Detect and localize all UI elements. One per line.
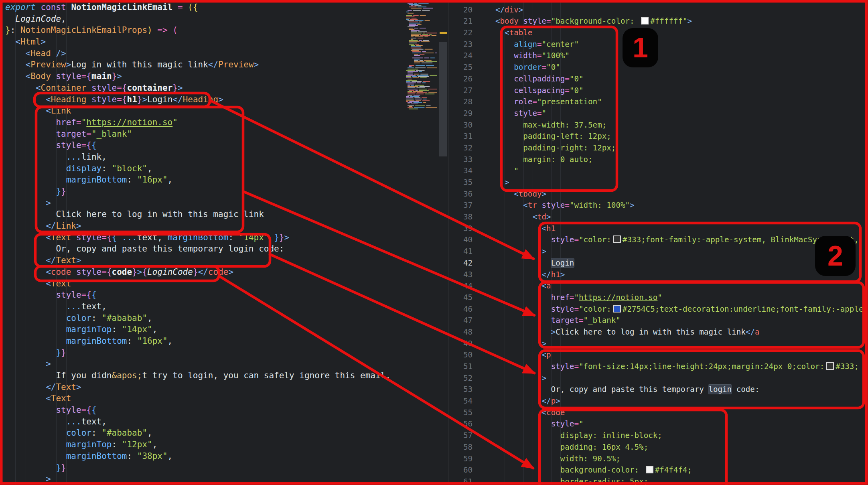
line-number: 33 — [448, 154, 473, 166]
code-line: export const NotionMagicLinkEmail = ({ — [5, 2, 391, 13]
color-swatch-icon[interactable] — [646, 466, 653, 473]
line-number: 57 — [448, 430, 473, 442]
code-line: ...text, — [5, 416, 391, 428]
code-line: </div> — [495, 4, 868, 16]
code-line: <td> — [495, 211, 868, 223]
line-number: 35 — [448, 177, 473, 189]
line-number: 49 — [448, 338, 473, 350]
line-number: 36 — [448, 189, 473, 200]
line-number: 25 — [448, 62, 473, 73]
code-line: <Text — [5, 393, 391, 404]
code-line: <Link — [5, 105, 391, 117]
code-line: Or, copy and paste this temporary login … — [5, 243, 391, 255]
minimap[interactable] — [404, 0, 448, 485]
line-number: 19 — [448, 0, 473, 4]
code-line: border-radius: 5px; — [495, 476, 868, 485]
code-line: Or, copy and paste this temporary login … — [495, 384, 868, 396]
code-line: > — [5, 473, 391, 485]
code-line: <code — [495, 407, 868, 419]
line-number: 60 — [448, 465, 473, 476]
code-line: style="color:#2754C5;text-decoration:und… — [495, 304, 868, 315]
code-line: Login — [495, 258, 868, 269]
code-line: <div — [495, 0, 868, 4]
code-line: marginTop: "14px", — [5, 324, 391, 335]
line-number: 44 — [448, 280, 473, 292]
code-line: <Heading style={h1}>Login</Heading> — [5, 94, 391, 106]
code-line: </Text> — [5, 382, 391, 393]
line-number: 54 — [448, 396, 473, 407]
line-number: 26 — [448, 73, 473, 85]
line-number: 24 — [448, 50, 473, 62]
code-line: <Body style={main}> — [5, 71, 391, 82]
code-line: Click here to log in with this magic lin… — [5, 209, 391, 220]
line-number: 38 — [448, 211, 473, 223]
line-number: 34 — [448, 165, 473, 177]
line-number: 55 — [448, 407, 473, 419]
code-line: <Head /> — [5, 48, 391, 59]
code-line: max-width: 37.5em; — [495, 120, 868, 131]
code-line: <Preview>Log in with this magic link</Pr… — [5, 59, 391, 71]
code-line: style="font-size:14px;line-height:24px;m… — [495, 361, 868, 373]
line-number: 45 — [448, 292, 473, 304]
code-line: >Click here to log in with this magic li… — [495, 327, 868, 338]
code-line: ...text, — [5, 301, 391, 313]
code-line: margin: 0 auto; — [495, 154, 868, 166]
code-line: style={{ — [5, 289, 391, 301]
code-line: <Text — [5, 278, 391, 290]
code-line: </Text> — [5, 255, 391, 266]
code-line: > — [5, 197, 391, 209]
code-line: target="_blank" — [5, 128, 391, 140]
code-line: ...link, — [5, 151, 391, 163]
code-line: marginBottom: "16px", — [5, 335, 391, 347]
code-line: </Link> — [5, 220, 391, 232]
minimap-slider[interactable] — [439, 42, 447, 156]
code-line: LoginCode, — [5, 13, 391, 25]
code-line: <p — [495, 349, 868, 361]
code-line: </p> — [495, 396, 868, 407]
line-number: 56 — [448, 418, 473, 430]
code-line: style={{ — [5, 140, 391, 151]
code-line: color: "#ababab", — [5, 313, 391, 324]
code-line: }} — [5, 186, 391, 197]
code-line: target="_blank" — [495, 315, 868, 327]
line-number: 43 — [448, 269, 473, 281]
code-line: padding-right: 12px; — [495, 142, 868, 154]
code-line: > — [495, 246, 868, 258]
code-line: > — [495, 338, 868, 350]
line-number: 28 — [448, 96, 473, 108]
color-swatch-icon[interactable] — [613, 305, 621, 313]
line-number: 32 — [448, 142, 473, 154]
code-line: " — [495, 165, 868, 177]
left-editor-pane[interactable]: export const NotionMagicLinkEmail = ({ L… — [5, 2, 391, 485]
code-line: If you didn&apos;t try to login, you can… — [5, 370, 391, 382]
color-swatch-icon[interactable] — [641, 17, 649, 24]
line-number: 42 — [448, 258, 473, 269]
line-number: 23 — [448, 39, 473, 51]
code-line: marginTop: "12px", — [5, 439, 391, 451]
code-line: padding-left: 12px; — [495, 131, 868, 142]
line-number: 46 — [448, 304, 473, 315]
code-line: padding: 16px 4.5%; — [495, 442, 868, 453]
line-number: 37 — [448, 200, 473, 211]
code-line: > — [5, 358, 391, 370]
code-line: style={{ — [5, 404, 391, 416]
right-editor-pane[interactable]: <div</div><body style="background-color:… — [495, 0, 868, 485]
code-line: cellspacing="0" — [495, 85, 868, 97]
editor-window: export const NotionMagicLinkEmail = ({ L… — [0, 0, 868, 485]
color-swatch-icon[interactable] — [613, 235, 621, 243]
code-line: style="color:#333;font-family:-apple-sys… — [495, 234, 868, 246]
line-number: 59 — [448, 453, 473, 465]
line-number: 52 — [448, 373, 473, 384]
annotation-badge-1: 1 — [623, 28, 658, 67]
code-line: display: "block", — [5, 163, 391, 175]
code-line: <Text style={{ ...text, marginBottom: "1… — [5, 232, 391, 244]
annotation-badge-2: 2 — [815, 236, 856, 276]
code-line: color: "#ababab", — [5, 427, 391, 439]
code-line: <a — [495, 280, 868, 292]
code-line: marginBottom: "16px", — [5, 174, 391, 186]
color-swatch-icon[interactable] — [826, 362, 834, 370]
code-line: <Container style={container}> — [5, 82, 391, 94]
code-line: display: inline-block; — [495, 430, 868, 442]
line-number: 31 — [448, 131, 473, 142]
code-line: marginBottom: "38px", — [5, 451, 391, 462]
